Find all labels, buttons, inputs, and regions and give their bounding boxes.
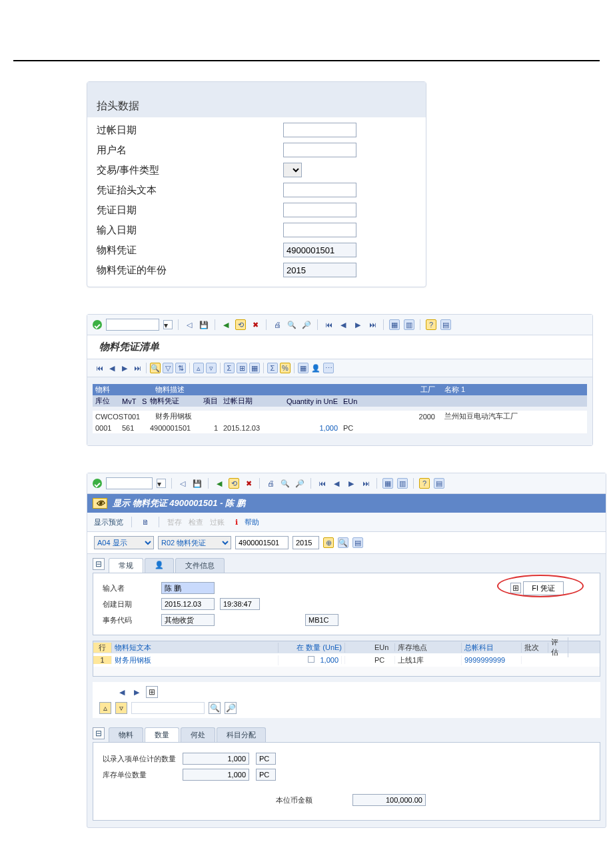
vendor-icon: 👤 (155, 561, 164, 569)
find-btn[interactable]: 🔍 (209, 702, 221, 714)
find-icon[interactable]: 🔍 (280, 478, 291, 489)
tab-material[interactable]: 物料 (109, 727, 143, 742)
item-expand-icon[interactable]: ⊞ (146, 686, 158, 698)
next-page-icon[interactable]: ▶ (352, 319, 363, 330)
select-action[interactable]: A04 显示 (94, 536, 154, 549)
list-data-row-1b[interactable]: 0001 561 4900001501 1 2015.12.03 1,000 P… (93, 422, 587, 433)
layout2-icon[interactable]: ▥ (397, 478, 408, 489)
find-next-icon[interactable]: 🔎 (301, 319, 312, 330)
execute-icon[interactable]: ⊕ (323, 537, 334, 548)
input-doc-date[interactable] (283, 203, 356, 217)
item-grid-row[interactable]: 1 财务用钢板 1,000 PC 上线1库 9999999999 (93, 653, 600, 667)
last-page-icon[interactable]: ⏭ (367, 319, 378, 330)
local-layout-icon[interactable]: ▤ (440, 319, 451, 330)
local-layout-icon[interactable]: ▤ (434, 478, 444, 489)
new-doc-icon[interactable]: 🗎 (140, 517, 151, 527)
layout1-icon[interactable]: ▦ (389, 319, 400, 330)
back-icon[interactable]: ◁ (184, 319, 195, 330)
find-doc-icon[interactable]: 🔍 (338, 537, 348, 548)
save-icon[interactable]: 💾 (192, 478, 203, 489)
more-icon[interactable]: ⋯ (323, 363, 334, 373)
prev-page-icon[interactable]: ◀ (338, 319, 348, 330)
nav-prev-icon[interactable]: ◀ (107, 363, 117, 373)
find-next-btn[interactable]: 🔎 (225, 702, 237, 714)
tab-acct[interactable]: 科目分配 (217, 727, 266, 742)
tab-qty[interactable]: 数量 (145, 727, 179, 742)
overview-toggle-icon[interactable]: 👁 (93, 498, 107, 509)
tab-where[interactable]: 何处 (181, 727, 215, 742)
input-posting-date[interactable] (283, 123, 356, 137)
sort-asc-icon[interactable]: ▵ (193, 363, 204, 373)
input-mat-doc[interactable] (283, 243, 356, 257)
find-icon[interactable]: 🔍 (287, 319, 297, 330)
find-next-icon[interactable]: 🔎 (295, 478, 305, 489)
collapse-header-icon[interactable]: ⊟ (93, 558, 105, 570)
tab-general[interactable]: 常规 (109, 558, 143, 573)
help-icon[interactable]: ? (419, 478, 430, 489)
last-page-icon[interactable]: ⏭ (360, 478, 371, 489)
help-icon[interactable]: ? (426, 319, 436, 330)
sort-asc-btn[interactable]: ▵ (99, 702, 111, 714)
filter-icon[interactable]: ▽ (163, 363, 173, 373)
green-back-icon[interactable]: ◀ (221, 319, 231, 330)
back-icon[interactable]: ◁ (177, 478, 188, 489)
input-docno[interactable] (235, 536, 289, 549)
command-dropdown-icon[interactable]: ▾ (157, 479, 166, 488)
exit-icon[interactable]: ⟲ (235, 319, 246, 330)
sum-icon[interactable]: Σ (224, 363, 235, 373)
layout2-icon[interactable]: ▥ (404, 319, 414, 330)
input-entry-date[interactable] (283, 223, 356, 237)
nav-first-icon[interactable]: ⏮ (94, 363, 105, 373)
subtotal-icon[interactable]: ⊞ (237, 363, 247, 373)
ok-icon[interactable] (93, 320, 102, 329)
act-overview[interactable]: 显示预览 (94, 517, 123, 527)
green-back-icon[interactable]: ◀ (214, 478, 225, 489)
select-reference[interactable]: R02 物料凭证 (158, 536, 231, 549)
select-event-type[interactable] (283, 163, 302, 177)
first-page-icon[interactable]: ⏮ (323, 319, 334, 330)
input-user[interactable] (283, 143, 356, 157)
tab-fileinfo[interactable]: 文件信息 (175, 558, 225, 573)
change-layout-icon[interactable]: ▦ (298, 363, 308, 373)
item-filter-input[interactable] (131, 702, 205, 714)
lbl-entered-by: 输入者 (103, 583, 156, 593)
save-icon[interactable]: 💾 (199, 319, 209, 330)
user-icon[interactable]: 👤 (310, 363, 321, 373)
command-field[interactable] (106, 319, 159, 331)
next-page-icon[interactable]: ▶ (346, 478, 356, 489)
sort-desc-icon[interactable]: ▿ (206, 363, 217, 373)
act-help[interactable]: ℹ帮助 (231, 517, 259, 527)
fi-doc-button[interactable]: FI 凭证 (523, 581, 564, 595)
sort-icon[interactable]: ⇅ (175, 363, 186, 373)
first-page-icon[interactable]: ⏮ (316, 478, 327, 489)
sort-desc-btn[interactable]: ▿ (115, 702, 127, 714)
item-next-icon[interactable]: ▶ (131, 687, 142, 697)
nav-last-icon[interactable]: ⏭ (132, 363, 143, 373)
tab-vendor[interactable]: 👤 (145, 558, 174, 573)
print-icon[interactable]: 🖨 (265, 478, 276, 489)
input-year[interactable] (293, 536, 319, 549)
layout1-icon[interactable]: ▦ (382, 478, 393, 489)
cancel-icon[interactable]: ✖ (243, 478, 254, 489)
item-prev-icon[interactable]: ◀ (117, 687, 127, 697)
prev-page-icon[interactable]: ◀ (331, 478, 342, 489)
export-icon[interactable]: ▦ (249, 363, 260, 373)
input-mat-doc-year[interactable] (283, 263, 356, 277)
exit-icon[interactable]: ⟲ (229, 478, 239, 489)
nav-next-icon[interactable]: ▶ (119, 363, 130, 373)
fi-matrix-icon[interactable]: ⊞ (510, 583, 521, 593)
list-data-row-1a[interactable]: CWCOST001 财务用钢板 2000 兰州知豆电动汽车工厂 (93, 411, 587, 422)
command-dropdown-icon[interactable]: ▾ (163, 320, 173, 329)
ok-icon[interactable] (93, 479, 102, 488)
details-icon[interactable]: 🔍 (150, 363, 161, 373)
total-icon[interactable]: Σ (267, 363, 278, 373)
print-icon[interactable]: 🖨 (272, 319, 283, 330)
list-icon[interactable]: ▤ (352, 537, 363, 548)
list-header-row: 物料 物料描述 工厂 名称 1 (93, 384, 587, 395)
command-field[interactable] (106, 477, 153, 489)
cancel-icon[interactable]: ✖ (250, 319, 261, 330)
collapse-item-icon[interactable]: ⊟ (93, 727, 105, 739)
percent-icon[interactable]: % (280, 363, 291, 373)
input-header-text[interactable] (283, 183, 356, 197)
val-qty-entry (183, 753, 249, 765)
